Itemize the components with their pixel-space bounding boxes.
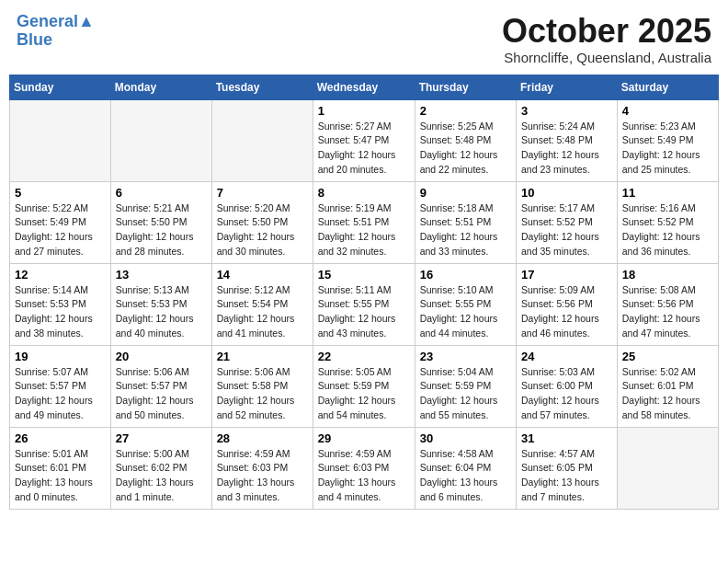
calendar-week-row: 5Sunrise: 5:22 AMSunset: 5:49 PMDaylight… [10, 181, 719, 263]
calendar-day-26: 26Sunrise: 5:01 AMSunset: 6:01 PMDayligh… [10, 427, 111, 509]
calendar-day-1: 1Sunrise: 5:27 AMSunset: 5:47 PMDaylight… [313, 99, 415, 181]
day-number: 7 [217, 186, 308, 200]
day-detail: Sunrise: 4:57 AMSunset: 6:05 PMDaylight:… [521, 447, 612, 505]
calendar-week-row: 12Sunrise: 5:14 AMSunset: 5:53 PMDayligh… [10, 263, 719, 345]
calendar-day-4: 4Sunrise: 5:23 AMSunset: 5:49 PMDaylight… [617, 99, 718, 181]
calendar-day-19: 19Sunrise: 5:07 AMSunset: 5:57 PMDayligh… [10, 345, 111, 427]
day-number: 8 [318, 186, 410, 200]
calendar-day-24: 24Sunrise: 5:03 AMSunset: 6:00 PMDayligh… [517, 345, 618, 427]
calendar-table: SundayMondayTuesdayWednesdayThursdayFrid… [9, 75, 719, 510]
day-detail: Sunrise: 5:02 AMSunset: 6:01 PMDaylight:… [622, 365, 713, 423]
calendar-day-31: 31Sunrise: 4:57 AMSunset: 6:05 PMDayligh… [517, 427, 618, 509]
logo: General▲ Blue [17, 13, 95, 50]
day-number: 24 [521, 350, 612, 363]
day-detail: Sunrise: 5:11 AMSunset: 5:55 PMDaylight:… [318, 283, 410, 341]
day-detail: Sunrise: 5:19 AMSunset: 5:51 PMDaylight:… [318, 201, 410, 259]
calendar-day-13: 13Sunrise: 5:13 AMSunset: 5:53 PMDayligh… [110, 263, 211, 345]
day-number: 28 [217, 431, 308, 445]
day-detail: Sunrise: 4:59 AMSunset: 6:03 PMDaylight:… [318, 447, 410, 505]
calendar-week-row: 26Sunrise: 5:01 AMSunset: 6:01 PMDayligh… [10, 427, 719, 509]
day-number: 16 [420, 268, 511, 282]
day-number: 27 [116, 431, 207, 445]
day-detail: Sunrise: 5:07 AMSunset: 5:57 PMDaylight:… [15, 365, 106, 423]
logo-line1: General▲ [17, 13, 95, 31]
day-detail: Sunrise: 5:20 AMSunset: 5:50 PMDaylight:… [217, 201, 308, 259]
day-number: 20 [116, 350, 207, 363]
calendar-day-9: 9Sunrise: 5:18 AMSunset: 5:51 PMDaylight… [415, 181, 516, 263]
day-number: 17 [521, 268, 612, 282]
day-detail: Sunrise: 5:16 AMSunset: 5:52 PMDaylight:… [622, 201, 713, 259]
day-number: 23 [420, 350, 511, 363]
day-number: 29 [318, 431, 410, 445]
day-number: 12 [15, 268, 106, 282]
calendar-day-20: 20Sunrise: 5:06 AMSunset: 5:57 PMDayligh… [110, 345, 211, 427]
day-number: 2 [420, 104, 511, 118]
column-header-thursday: Thursday [415, 75, 516, 99]
day-number: 18 [622, 268, 713, 282]
calendar-day-28: 28Sunrise: 4:59 AMSunset: 6:03 PMDayligh… [211, 427, 313, 509]
calendar-empty-cell [617, 427, 718, 509]
day-number: 3 [521, 104, 612, 118]
day-number: 14 [217, 268, 308, 282]
calendar-day-5: 5Sunrise: 5:22 AMSunset: 5:49 PMDaylight… [10, 181, 111, 263]
calendar-day-30: 30Sunrise: 4:58 AMSunset: 6:04 PMDayligh… [415, 427, 516, 509]
day-detail: Sunrise: 5:04 AMSunset: 5:59 PMDaylight:… [420, 365, 511, 423]
calendar-day-22: 22Sunrise: 5:05 AMSunset: 5:59 PMDayligh… [313, 345, 415, 427]
calendar-header-row: SundayMondayTuesdayWednesdayThursdayFrid… [10, 75, 719, 99]
calendar-day-2: 2Sunrise: 5:25 AMSunset: 5:48 PMDaylight… [415, 99, 516, 181]
calendar-day-16: 16Sunrise: 5:10 AMSunset: 5:55 PMDayligh… [415, 263, 516, 345]
day-number: 11 [622, 186, 713, 200]
day-number: 31 [521, 431, 612, 445]
calendar-day-15: 15Sunrise: 5:11 AMSunset: 5:55 PMDayligh… [313, 263, 415, 345]
title-area: October 2025 Shorncliffe, Queensland, Au… [502, 13, 711, 65]
day-detail: Sunrise: 5:13 AMSunset: 5:53 PMDaylight:… [116, 283, 207, 341]
column-header-tuesday: Tuesday [211, 75, 313, 99]
calendar-week-row: 1Sunrise: 5:27 AMSunset: 5:47 PMDaylight… [10, 99, 719, 181]
calendar-day-25: 25Sunrise: 5:02 AMSunset: 6:01 PMDayligh… [617, 345, 718, 427]
day-number: 26 [15, 431, 106, 445]
day-detail: Sunrise: 5:21 AMSunset: 5:50 PMDaylight:… [116, 201, 207, 259]
calendar-day-18: 18Sunrise: 5:08 AMSunset: 5:56 PMDayligh… [617, 263, 718, 345]
day-number: 5 [15, 186, 106, 200]
day-detail: Sunrise: 5:14 AMSunset: 5:53 PMDaylight:… [15, 283, 106, 341]
day-detail: Sunrise: 5:05 AMSunset: 5:59 PMDaylight:… [318, 365, 410, 423]
column-header-wednesday: Wednesday [313, 75, 415, 99]
day-detail: Sunrise: 4:59 AMSunset: 6:03 PMDaylight:… [217, 447, 308, 505]
location: Shorncliffe, Queensland, Australia [502, 50, 711, 65]
day-number: 30 [420, 431, 511, 445]
month-title: October 2025 [502, 13, 711, 50]
day-detail: Sunrise: 5:00 AMSunset: 6:02 PMDaylight:… [116, 447, 207, 505]
day-detail: Sunrise: 5:22 AMSunset: 5:49 PMDaylight:… [15, 201, 106, 259]
day-number: 13 [116, 268, 207, 282]
day-detail: Sunrise: 5:06 AMSunset: 5:57 PMDaylight:… [116, 365, 207, 423]
calendar-empty-cell [211, 99, 313, 181]
day-detail: Sunrise: 5:27 AMSunset: 5:47 PMDaylight:… [318, 120, 410, 178]
calendar-day-17: 17Sunrise: 5:09 AMSunset: 5:56 PMDayligh… [517, 263, 618, 345]
day-number: 4 [622, 104, 713, 118]
day-detail: Sunrise: 5:24 AMSunset: 5:48 PMDaylight:… [521, 120, 612, 178]
day-detail: Sunrise: 5:17 AMSunset: 5:52 PMDaylight:… [521, 201, 612, 259]
day-detail: Sunrise: 5:03 AMSunset: 6:00 PMDaylight:… [521, 365, 612, 423]
calendar-day-12: 12Sunrise: 5:14 AMSunset: 5:53 PMDayligh… [10, 263, 111, 345]
calendar-empty-cell [110, 99, 211, 181]
page-header: General▲ Blue October 2025 Shorncliffe, … [9, 9, 719, 69]
logo-line2: Blue [17, 31, 95, 50]
column-header-sunday: Sunday [10, 75, 111, 99]
day-detail: Sunrise: 5:08 AMSunset: 5:56 PMDaylight:… [622, 283, 713, 341]
day-number: 19 [15, 350, 106, 363]
day-detail: Sunrise: 5:12 AMSunset: 5:54 PMDaylight:… [217, 283, 308, 341]
day-detail: Sunrise: 5:01 AMSunset: 6:01 PMDaylight:… [15, 447, 106, 505]
day-number: 1 [318, 104, 410, 118]
day-detail: Sunrise: 5:18 AMSunset: 5:51 PMDaylight:… [420, 201, 511, 259]
day-number: 6 [116, 186, 207, 200]
day-number: 15 [318, 268, 410, 282]
calendar-day-21: 21Sunrise: 5:06 AMSunset: 5:58 PMDayligh… [211, 345, 313, 427]
day-detail: Sunrise: 4:58 AMSunset: 6:04 PMDaylight:… [420, 447, 511, 505]
day-number: 21 [217, 350, 308, 363]
calendar-week-row: 19Sunrise: 5:07 AMSunset: 5:57 PMDayligh… [10, 345, 719, 427]
calendar-day-27: 27Sunrise: 5:00 AMSunset: 6:02 PMDayligh… [110, 427, 211, 509]
day-number: 10 [521, 186, 612, 200]
day-detail: Sunrise: 5:23 AMSunset: 5:49 PMDaylight:… [622, 120, 713, 178]
calendar-empty-cell [10, 99, 111, 181]
column-header-friday: Friday [517, 75, 618, 99]
